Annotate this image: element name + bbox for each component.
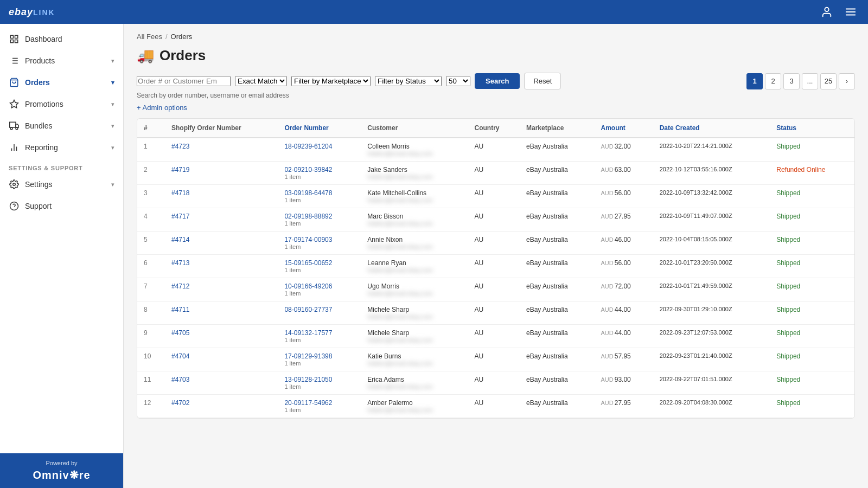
- col-order[interactable]: Order Number: [278, 119, 361, 138]
- sidebar-item-reporting[interactable]: Reporting ▾: [0, 137, 123, 158]
- shopify-link[interactable]: #4723: [171, 143, 189, 150]
- search-input[interactable]: [137, 76, 231, 86]
- cell-country: AU: [468, 208, 520, 232]
- filters-left: Exact Match Contains Filter by Marketpla…: [137, 73, 561, 89]
- shopify-link[interactable]: #4702: [171, 399, 189, 407]
- cell-status: Shipped: [770, 325, 854, 348]
- order-link[interactable]: 20-09117-54962: [284, 399, 332, 407]
- customer-email: hidden@email.ebay.com: [367, 290, 461, 297]
- cell-marketplace: eBay Australia: [520, 278, 594, 301]
- order-link[interactable]: 08-09160-27737: [284, 306, 332, 313]
- sidebar-item-settings[interactable]: Settings ▾: [0, 174, 123, 195]
- settings-label: Settings: [25, 180, 53, 189]
- svg-marker-15: [10, 100, 18, 108]
- page-3-button[interactable]: 3: [783, 73, 800, 89]
- customer-email: hidden@email.ebay.com: [367, 243, 461, 250]
- admin-options-link[interactable]: + Admin options: [137, 104, 187, 112]
- customer-name: Marc Bisson: [367, 213, 461, 220]
- customer-email: hidden@email.ebay.com: [367, 174, 461, 180]
- items-count: 1 item: [284, 383, 354, 390]
- shopify-link[interactable]: #4714: [171, 236, 189, 243]
- status-select[interactable]: Filter by Status Shipped Refunded Online…: [375, 76, 442, 86]
- shopify-link[interactable]: #4711: [171, 306, 189, 313]
- cell-order: 17-09174-00903 1 item: [278, 232, 361, 255]
- breadcrumb-parent[interactable]: All Fees: [137, 33, 162, 41]
- sidebar-item-promotions[interactable]: Promotions ▾: [0, 93, 123, 115]
- order-link[interactable]: 17-09174-00903: [284, 236, 332, 243]
- logo-link: LINK: [33, 8, 55, 17]
- sidebar-item-bundles[interactable]: Bundles ▾: [0, 115, 123, 137]
- cell-shopify: #4704: [165, 348, 278, 371]
- support-icon: [9, 201, 20, 211]
- cell-marketplace: eBay Australia: [520, 348, 594, 371]
- orders-table-container: # Shopify Order Number Order Number Cust…: [137, 118, 855, 419]
- items-count: 1 item: [284, 407, 354, 413]
- cell-customer: Marc Bisson hidden@email.ebay.com: [361, 208, 468, 232]
- cell-num: 10: [137, 348, 165, 371]
- page-last-button[interactable]: 25: [820, 73, 837, 89]
- svg-rect-5: [15, 35, 18, 38]
- page-2-button[interactable]: 2: [765, 73, 781, 89]
- sidebar: Dashboard Products ▾ Orders ▾: [0, 24, 124, 488]
- breadcrumb: All Fees / Orders: [137, 33, 855, 41]
- shopify-link[interactable]: #4717: [171, 213, 189, 220]
- table-row: 9 #4705 14-09132-17577 1 item Michele Sh…: [137, 325, 854, 348]
- menu-icon[interactable]: [842, 3, 859, 21]
- shopify-link[interactable]: #4719: [171, 166, 189, 174]
- page-1-button[interactable]: 1: [746, 73, 763, 89]
- sidebar-item-orders[interactable]: Orders ▾: [0, 72, 123, 93]
- cell-marketplace: eBay Australia: [520, 232, 594, 255]
- order-link[interactable]: 13-09128-21050: [284, 376, 332, 383]
- cell-marketplace: eBay Australia: [520, 208, 594, 232]
- search-button[interactable]: Search: [475, 73, 520, 89]
- cell-customer: Michele Sharp hidden@email.ebay.com: [361, 325, 468, 348]
- cell-amount: AUD56.00: [594, 185, 653, 208]
- cell-num: 2: [137, 162, 165, 185]
- logo-ebay: ebay: [9, 7, 33, 17]
- per-page-select[interactable]: 50 25 100: [446, 76, 470, 86]
- user-icon[interactable]: [818, 3, 835, 21]
- marketplace-select[interactable]: Filter by Marketplace eBay Australia eBa…: [291, 76, 371, 86]
- shopify-link[interactable]: #4705: [171, 329, 189, 337]
- order-link[interactable]: 18-09239-61204: [284, 143, 332, 150]
- cell-num: 4: [137, 208, 165, 232]
- match-type-select[interactable]: Exact Match Contains: [235, 76, 287, 86]
- cell-amount: AUD93.00: [594, 371, 653, 395]
- svg-point-0: [825, 8, 828, 11]
- customer-name: Michele Sharp: [367, 329, 461, 337]
- shopify-link[interactable]: #4718: [171, 189, 189, 197]
- col-status[interactable]: Status: [770, 119, 854, 138]
- sidebar-item-products[interactable]: Products ▾: [0, 50, 123, 72]
- cell-date: 2022-09-22T07:01:51.000Z: [653, 371, 770, 395]
- order-link[interactable]: 10-09166-49206: [284, 282, 332, 290]
- sidebar-item-dashboard[interactable]: Dashboard: [0, 28, 123, 50]
- shopify-link[interactable]: #4712: [171, 282, 189, 290]
- order-link[interactable]: 15-09165-00652: [284, 259, 332, 267]
- order-link[interactable]: 03-09198-64478: [284, 189, 332, 197]
- cell-status: Shipped: [770, 301, 854, 325]
- order-link[interactable]: 17-09129-91398: [284, 352, 332, 360]
- shopify-link[interactable]: #4704: [171, 352, 189, 360]
- pagination: 1 2 3 ... 25 ›: [746, 73, 855, 89]
- cell-marketplace: eBay Australia: [520, 371, 594, 395]
- sidebar-item-support[interactable]: Support: [0, 195, 123, 217]
- customer-email: hidden@email.ebay.com: [367, 197, 461, 203]
- items-count: 1 item: [284, 360, 354, 367]
- svg-rect-16: [10, 122, 16, 127]
- customer-name: Erica Adams: [367, 376, 461, 383]
- page-next-button[interactable]: ›: [839, 73, 855, 89]
- shopify-link[interactable]: #4713: [171, 259, 189, 267]
- cell-order: 08-09160-27737: [278, 301, 361, 325]
- col-amount[interactable]: Amount: [594, 119, 653, 138]
- cell-order: 02-09210-39842 1 item: [278, 162, 361, 185]
- order-link[interactable]: 02-09210-39842: [284, 166, 332, 174]
- order-link[interactable]: 02-09198-88892: [284, 213, 332, 220]
- shopify-link[interactable]: #4703: [171, 376, 189, 383]
- cell-customer: Erica Adams hidden@email.ebay.com: [361, 371, 468, 395]
- col-date[interactable]: Date Created: [653, 119, 770, 138]
- dashboard-icon: [9, 34, 20, 44]
- cell-date: 2022-09-20T04:08:30.000Z: [653, 395, 770, 418]
- order-link[interactable]: 14-09132-17577: [284, 329, 332, 337]
- reset-button[interactable]: Reset: [524, 73, 561, 89]
- items-count: 1 item: [284, 220, 354, 227]
